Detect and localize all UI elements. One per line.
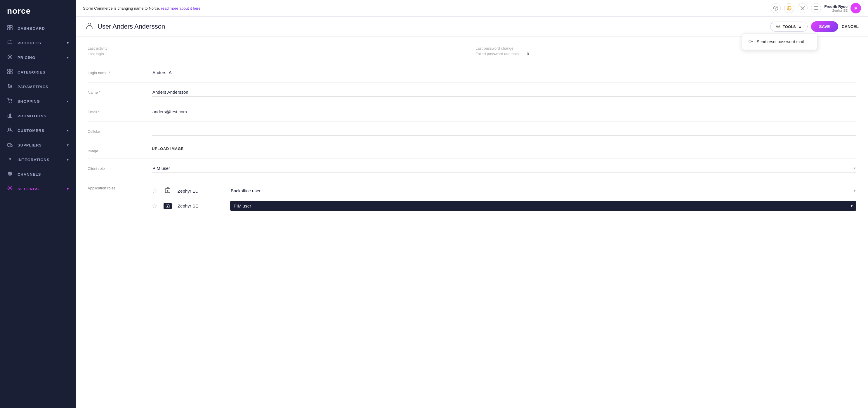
tools-chevron: ▲ [798, 25, 802, 29]
svg-rect-0 [8, 25, 10, 27]
svg-rect-22 [8, 144, 11, 146]
cancel-button[interactable]: CANCEL [842, 24, 859, 29]
logo: norce [0, 0, 76, 21]
sidebar-label-shopping: SHOPPING [18, 99, 40, 104]
login-name-input[interactable] [152, 68, 856, 77]
svg-point-23 [8, 146, 9, 147]
user-form: Login name * Name * Email * Cellular Ima… [88, 63, 856, 219]
customers-icon [7, 127, 13, 134]
user-block: Fredrik Ryde Zephyr SE F [825, 3, 861, 13]
svg-rect-3 [10, 28, 12, 30]
zephyr-eu-arrow: ▾ [854, 189, 856, 193]
client-role-select[interactable]: PIM user ▾ [152, 164, 856, 173]
dashboard-icon [7, 25, 13, 32]
sidebar-item-integrations[interactable]: INTEGRATIONS ▾ [0, 152, 76, 167]
image-row: Image UPLOAD IMAGE [88, 141, 856, 159]
globe-button[interactable] [784, 3, 794, 13]
name-input[interactable] [152, 88, 856, 97]
page-title: User Anders Andersson [97, 23, 165, 30]
svg-point-27 [9, 188, 11, 189]
app-roles-row: Application roles ☆ Zephyr EU Backoffice… [88, 178, 856, 219]
login-name-label: Login name * [88, 68, 140, 75]
sidebar-label-parametrics: PARAMETRICS [18, 84, 49, 89]
email-input[interactable] [152, 107, 856, 116]
banner-icons: Fredrik Ryde Zephyr SE F [771, 3, 861, 13]
categories-icon [7, 69, 13, 75]
user-org: Zephyr SE [825, 9, 847, 12]
tools-dropdown: Send reset password mail [742, 34, 818, 50]
chat-button[interactable] [811, 3, 821, 13]
role-row-zephyr-se: ☆ Zephyr SE PIM user ▾ [152, 198, 856, 214]
client-role-row: Client role PIM user ▾ [88, 159, 856, 178]
svg-rect-1 [10, 25, 12, 27]
products-chevron: ▾ [67, 41, 69, 45]
pricing-icon [7, 54, 13, 61]
sidebar-item-parametrics[interactable]: PARAMETRICS [0, 79, 76, 94]
integrations-chevron: ▾ [67, 158, 69, 162]
suppliers-chevron: ▾ [67, 143, 69, 147]
cellular-input[interactable] [152, 127, 856, 136]
zephyr-eu-role-value: Backoffice user [231, 188, 260, 193]
sidebar-item-pricing[interactable]: PRICING ▾ [0, 50, 76, 65]
zephyr-se-name: Zephyr SE [178, 203, 224, 208]
logo-text: norce [7, 6, 31, 16]
help-button[interactable] [771, 3, 781, 13]
svg-rect-35 [814, 6, 818, 9]
last-password-label: Last password change [475, 46, 522, 50]
svg-rect-19 [9, 114, 10, 117]
shopping-chevron: ▾ [67, 100, 69, 103]
close-button[interactable] [798, 3, 808, 13]
star-zephyr-se[interactable]: ☆ [152, 202, 158, 210]
sidebar-item-shopping[interactable]: SHOPPING ▾ [0, 94, 76, 109]
zephyr-eu-name: Zephyr EU [178, 189, 224, 194]
sidebar-label-integrations: INTEGRATIONS [18, 158, 50, 162]
svg-point-17 [11, 102, 12, 103]
svg-point-37 [777, 26, 779, 27]
sidebar-item-suppliers[interactable]: SUPPLIERS ▾ [0, 138, 76, 152]
sidebar-label-pricing: PRICING [18, 56, 35, 60]
top-banner: Storm Commerce is changing name to Norce… [76, 0, 868, 16]
avatar[interactable]: F [850, 3, 861, 13]
email-label: Email * [88, 107, 140, 114]
pricing-chevron: ▾ [67, 56, 69, 60]
tools-button[interactable]: TOOLS ▲ [770, 22, 807, 32]
svg-point-25 [9, 158, 11, 160]
activity-row: Last activity Last login Last password c… [88, 46, 856, 56]
sidebar-label-suppliers: SUPPLIERS [18, 143, 42, 147]
zephyr-se-arrow: ▾ [851, 204, 853, 208]
sidebar-item-settings[interactable]: SETTINGS ▾ [0, 181, 76, 196]
failed-attempts: Failed password attempts 0 [475, 52, 856, 56]
sidebar-item-customers[interactable]: CUSTOMERS ▾ [0, 123, 76, 138]
svg-point-21 [8, 128, 10, 130]
banner-link[interactable]: read more about it here [161, 6, 200, 10]
app-roles-label: Application roles [88, 183, 140, 190]
content-area: Last activity Last login Last password c… [76, 37, 868, 408]
zephyr-se-role-select[interactable]: PIM user ▾ [230, 201, 856, 211]
svg-point-24 [11, 146, 12, 147]
svg-point-12 [8, 87, 9, 88]
zephyr-eu-icon [163, 187, 172, 195]
sidebar-item-products[interactable]: PRODUCTS ▾ [0, 36, 76, 50]
products-icon [7, 40, 13, 46]
save-button[interactable]: SAVE [811, 21, 838, 32]
suppliers-icon [7, 142, 13, 148]
upload-image-button[interactable]: UPLOAD IMAGE [152, 146, 184, 151]
star-zephyr-eu[interactable]: ☆ [152, 187, 158, 195]
zephyr-eu-role-select[interactable]: Backoffice user ▾ [230, 186, 856, 195]
last-login-label: Last login [88, 52, 134, 56]
svg-rect-6 [8, 69, 10, 71]
reset-password-item[interactable]: Send reset password mail [742, 34, 817, 49]
svg-rect-8 [8, 72, 10, 74]
last-activity: Last activity [88, 46, 468, 50]
sidebar-item-promotions[interactable]: PROMOTIONS [0, 109, 76, 123]
sidebar-item-channels[interactable]: CHANNELS [0, 167, 76, 181]
header-actions: TOOLS ▲ SAVE CANCEL Send reset password … [770, 21, 859, 32]
parametrics-icon [7, 83, 13, 90]
svg-rect-2 [8, 28, 10, 30]
sidebar-item-dashboard[interactable]: DASHBOARD [0, 21, 76, 36]
sidebar-label-dashboard: DASHBOARD [18, 26, 45, 31]
name-row: Name * [88, 82, 856, 102]
sidebar-item-categories[interactable]: CATEGORIES [0, 65, 76, 79]
client-role-arrow: ▾ [854, 166, 856, 170]
zephyr-se-role-value: PIM user [234, 203, 251, 208]
